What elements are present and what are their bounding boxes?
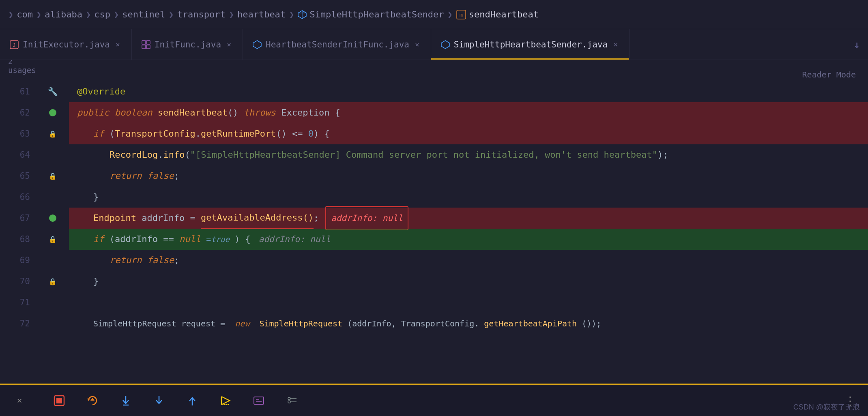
svg-marker-11 — [253, 41, 261, 49]
code-line-72: SimpleHttpRequest request = new SimpleHt… — [69, 313, 868, 334]
gutter-61: 🔧 — [37, 81, 69, 102]
gutter-70: 🔒 — [37, 271, 69, 292]
frames-icon — [286, 395, 298, 407]
debug-tooltip-addrinfo: addrInfo: null — [325, 206, 408, 230]
gutter-64 — [37, 144, 69, 165]
usages-row: 2 usages — [0, 60, 37, 81]
gutter-68: 🔒 — [37, 229, 69, 250]
line-num-63: 63 — [0, 123, 37, 144]
debug-icon-61: 🔧 — [48, 87, 58, 96]
breakpoint-62 — [49, 109, 56, 116]
step-over-button[interactable] — [148, 390, 170, 411]
tab-close-2[interactable]: × — [225, 39, 233, 49]
breadcrumb-sentinel[interactable]: sentinel — [122, 9, 165, 19]
cube-icon-3 — [253, 40, 262, 49]
line-num-71: 71 — [0, 292, 37, 313]
line-num-66: 66 — [0, 187, 37, 208]
cube-icon-4 — [441, 40, 450, 49]
method-icon: m — [456, 9, 466, 20]
svg-rect-21 — [254, 397, 264, 404]
tab-simplehttpheartbeatsender[interactable]: SimpleHttpHeartbeatSender.java × — [431, 29, 630, 60]
line-num-64: 64 — [0, 144, 37, 165]
breadcrumb-bar: ❯ com ❯ alibaba ❯ csp ❯ sentinel ❯ trans… — [0, 0, 868, 29]
gutter-66 — [37, 187, 69, 208]
tab-initexecutor[interactable]: J InitExecutor.java × — [0, 29, 132, 60]
line-gutter: 🔧 🔒 🔒 🔒 🔒 — [37, 60, 69, 384]
evaluate-button[interactable] — [248, 390, 269, 411]
get-available-address-call: getAvailableAddress() — [201, 207, 314, 229]
svg-point-26 — [288, 401, 290, 403]
gutter-69 — [37, 250, 69, 271]
rerun-icon — [86, 395, 99, 407]
gutter-72 — [37, 313, 69, 334]
lock-icon-68: 🔒 — [49, 236, 57, 243]
gutter-71 — [37, 292, 69, 313]
grid-icon-2 — [142, 40, 150, 49]
svg-rect-10 — [146, 45, 150, 49]
breakpoint-67 — [49, 214, 56, 222]
run-to-cursor-button[interactable] — [215, 390, 236, 411]
code-line-64: RecordLog . info ( "[SimpleHttpHeartbeat… — [69, 144, 868, 165]
line-num-70: 70 — [0, 271, 37, 292]
svg-rect-8 — [146, 41, 150, 44]
gutter-62 — [37, 102, 69, 123]
line-num-69: 69 — [0, 250, 37, 271]
stop-button[interactable] — [49, 390, 70, 411]
watermark: CSDN @寂夜了无浪 — [793, 402, 860, 412]
line-num-62: 62 — [0, 102, 37, 123]
step-into-icon — [120, 395, 132, 407]
frames-button[interactable] — [281, 390, 303, 411]
tab-close-3[interactable]: × — [413, 39, 421, 49]
tab-heartbeatsenderinitfunc[interactable]: HeartbeatSenderInitFunc.java × — [243, 29, 431, 60]
stop-icon — [53, 395, 65, 407]
gutter-63: 🔒 — [37, 123, 69, 144]
code-line-61: @Override — [69, 81, 868, 102]
breadcrumb-method[interactable]: m sendHeartbeat — [456, 9, 539, 20]
debug-close-button[interactable]: × — [12, 393, 27, 408]
code-line-65: return false ; — [69, 165, 868, 187]
tab-close-1[interactable]: × — [114, 39, 122, 49]
usages-label: 2 usages — [8, 60, 37, 71]
step-out-button[interactable] — [182, 390, 203, 411]
breadcrumb-com[interactable]: ❯ com — [8, 9, 33, 19]
breadcrumb-transport[interactable]: transport — [177, 9, 225, 19]
lock-icon-65: 🔒 — [49, 172, 57, 180]
debug-inline-addrinfo: addrInfo: null — [259, 229, 331, 250]
code-line-66: } — [69, 187, 868, 208]
java-icon-1: J — [10, 40, 19, 49]
code-line-71 — [69, 292, 868, 313]
step-into-button[interactable] — [115, 390, 136, 411]
code-area: Reader Mode 2 usages 61 62 63 64 65 66 6… — [0, 60, 868, 384]
step-out-icon — [186, 395, 198, 407]
rerun-button[interactable] — [82, 390, 103, 411]
cube-icon — [297, 10, 307, 19]
svg-marker-12 — [441, 41, 449, 49]
lock-icon-63: 🔒 — [49, 130, 57, 138]
svg-rect-9 — [142, 45, 146, 49]
code-line-68: if (addrInfo == null =true ) { addrInfo:… — [69, 229, 868, 250]
tab-initfunc[interactable]: InitFunc.java × — [132, 29, 243, 60]
breadcrumb-csp[interactable]: csp — [94, 9, 110, 19]
code-line-69: return false ; — [69, 250, 868, 271]
line-num-61: 61 — [0, 81, 37, 102]
code-line-70: } — [69, 271, 868, 292]
breadcrumb-heartbeat[interactable]: heartbeat — [237, 9, 286, 19]
breadcrumb-alibaba[interactable]: alibaba — [45, 9, 82, 19]
code-line-63: if ( TransportConfig . getRuntimePort ()… — [69, 123, 868, 144]
line-num-68: 68 — [0, 229, 37, 250]
line-num-72: 72 — [0, 313, 37, 334]
lock-icon-70: 🔒 — [49, 278, 57, 285]
tab-scroll-down[interactable]: ↓ — [846, 29, 868, 60]
gutter-60 — [37, 60, 69, 81]
tab-close-4[interactable]: × — [612, 39, 619, 49]
debug-toolbar: × — [0, 384, 868, 416]
breadcrumb-class[interactable]: SimpleHttpHeartbeatSender — [297, 9, 444, 19]
evaluate-icon — [253, 395, 265, 407]
svg-point-24 — [288, 397, 290, 400]
gutter-65: 🔒 — [37, 165, 69, 187]
step-over-icon — [153, 395, 165, 407]
run-to-cursor-icon — [219, 395, 232, 407]
code-lines: @Override public boolean sendHeartbeat (… — [69, 60, 868, 384]
ide-container: ❯ com ❯ alibaba ❯ csp ❯ sentinel ❯ trans… — [0, 0, 868, 416]
line-num-65: 65 — [0, 165, 37, 187]
